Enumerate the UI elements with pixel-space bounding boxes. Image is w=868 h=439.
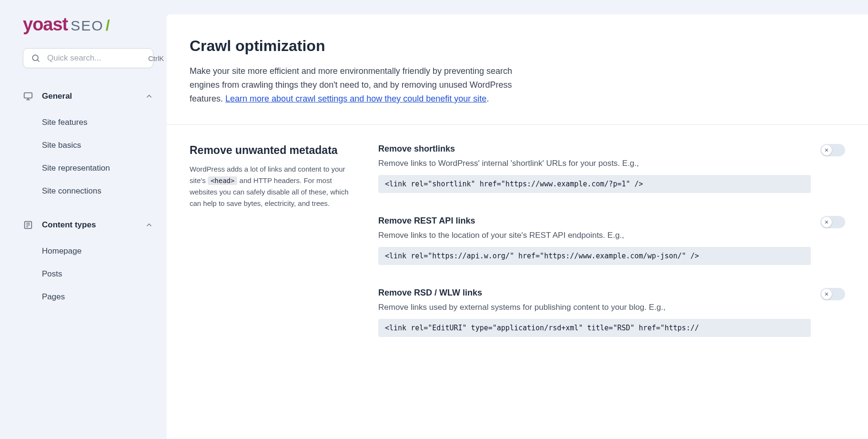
sidebar-item-site-features[interactable]: Site features bbox=[23, 111, 153, 134]
nav-header-content-types[interactable]: Content types bbox=[23, 216, 153, 234]
svg-line-1 bbox=[38, 60, 40, 62]
toggle-remove-rest-api-links[interactable] bbox=[820, 216, 845, 228]
search-box[interactable]: CtrlK bbox=[23, 48, 153, 68]
nav-header-general[interactable]: General bbox=[23, 87, 153, 105]
section-description: WordPress adds a lot of links and conten… bbox=[190, 163, 352, 209]
sidebar-item-posts[interactable]: Posts bbox=[23, 263, 153, 286]
chevron-up-icon bbox=[145, 92, 153, 101]
sidebar-item-site-connections[interactable]: Site connections bbox=[23, 180, 153, 203]
nav-header-label: General bbox=[42, 92, 145, 101]
section-title: Remove unwanted metadata bbox=[190, 144, 352, 157]
close-icon bbox=[824, 148, 829, 153]
sidebar-item-pages[interactable]: Pages bbox=[23, 286, 153, 308]
page-title: Crawl optimization bbox=[190, 37, 845, 55]
nav-section-general: General Site features Site basics Site r… bbox=[23, 87, 153, 203]
section-info: Remove unwanted metadata WordPress adds … bbox=[190, 144, 352, 360]
setting-remove-rest-api-links: Remove REST API links Remove links to th… bbox=[378, 216, 845, 265]
toggle-remove-shortlinks[interactable] bbox=[820, 144, 845, 156]
page-header: Crawl optimization Make your site more e… bbox=[167, 14, 868, 125]
svg-rect-2 bbox=[24, 93, 32, 98]
head-code: <head> bbox=[208, 176, 238, 185]
setting-description: Remove links used by external systems fo… bbox=[378, 303, 811, 312]
search-shortcut: CtrlK bbox=[148, 54, 164, 62]
sidebar: yoastSEO/ CtrlK General Site features Si… bbox=[0, 0, 167, 439]
setting-remove-shortlinks: Remove shortlinks Remove links to WordPr… bbox=[378, 144, 845, 193]
newspaper-icon bbox=[23, 220, 33, 230]
code-example: <link rel="EditURI" type="application/rs… bbox=[378, 319, 811, 337]
close-icon bbox=[824, 220, 829, 225]
sidebar-item-site-basics[interactable]: Site basics bbox=[23, 134, 153, 157]
setting-title: Remove shortlinks bbox=[378, 144, 811, 154]
nav-header-label: Content types bbox=[42, 220, 145, 230]
page-description: Make your site more efficient and more e… bbox=[190, 64, 514, 105]
setting-title: Remove REST API links bbox=[378, 216, 811, 226]
settings-list: Remove shortlinks Remove links to WordPr… bbox=[378, 144, 845, 360]
setting-remove-rsd-wlw-links: Remove RSD / WLW links Remove links used… bbox=[378, 288, 845, 337]
toggle-remove-rsd-wlw-links[interactable] bbox=[820, 288, 845, 300]
main-content: Crawl optimization Make your site more e… bbox=[167, 14, 868, 439]
learn-more-link[interactable]: Learn more about crawl settings and how … bbox=[225, 94, 486, 103]
search-input[interactable] bbox=[47, 53, 148, 63]
sidebar-item-homepage[interactable]: Homepage bbox=[23, 240, 153, 263]
close-icon bbox=[824, 292, 829, 296]
sidebar-item-site-representation[interactable]: Site representation bbox=[23, 157, 153, 180]
setting-description: Remove links to the location of your sit… bbox=[378, 231, 811, 240]
logo: yoastSEO/ bbox=[23, 14, 153, 35]
svg-point-0 bbox=[32, 55, 38, 61]
nav-section-content-types: Content types Homepage Posts Pages bbox=[23, 216, 153, 308]
setting-description: Remove links to WordPress' internal 'sho… bbox=[378, 159, 811, 168]
code-example: <link rel="shortlink" href="https://www.… bbox=[378, 175, 811, 193]
setting-title: Remove RSD / WLW links bbox=[378, 288, 811, 298]
code-example: <link rel="https://api.w.org/" href="htt… bbox=[378, 247, 811, 265]
search-icon bbox=[31, 53, 40, 63]
chevron-up-icon bbox=[145, 221, 153, 229]
monitor-icon bbox=[23, 91, 33, 102]
